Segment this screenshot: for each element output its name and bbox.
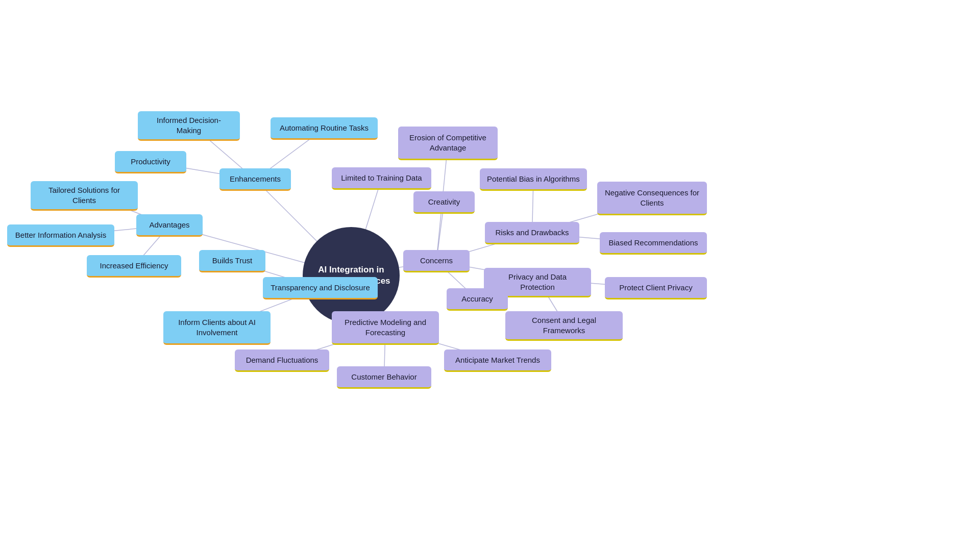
node-anticipate-market[interactable]: Anticipate Market Trends [444,349,551,372]
node-automating-tasks[interactable]: Automating Routine Tasks [271,117,378,140]
node-creativity[interactable]: Creativity [413,191,475,214]
node-inform-clients[interactable]: Inform Clients about AI Involvement [163,311,271,345]
node-concerns[interactable]: Concerns [403,250,470,272]
center-node[interactable]: AI Integration in Advisory Practices [303,227,400,324]
node-erosion[interactable]: Erosion of Competitive Advantage [398,127,498,160]
node-demand-fluctuations[interactable]: Demand Fluctuations [235,349,329,372]
node-enhancements[interactable]: Enhancements [219,168,291,191]
node-increased-efficiency[interactable]: Increased Efficiency [87,255,181,278]
node-predictive-modeling[interactable]: Predictive Modeling and Forecasting [332,311,439,345]
node-consent-legal[interactable]: Consent and Legal Frameworks [505,311,623,341]
mind-map: AI Integration in Advisory PracticesEnha… [0,0,980,551]
node-transparency[interactable]: Transparency and Disclosure [263,277,378,299]
node-builds-trust[interactable]: Builds Trust [199,250,265,272]
node-biased-recommendations[interactable]: Biased Recommendations [600,232,707,255]
node-potential-bias[interactable]: Potential Bias in Algorithms [480,168,587,191]
node-limited-training[interactable]: Limited to Training Data [332,167,431,190]
node-protect-privacy[interactable]: Protect Client Privacy [605,277,707,299]
node-informed-decision[interactable]: Informed Decision-Making [138,111,240,141]
node-tailored-solutions[interactable]: Tailored Solutions for Clients [31,181,138,211]
node-advantages[interactable]: Advantages [136,214,203,237]
node-accuracy[interactable]: Accuracy [447,288,508,311]
node-negative-consequences[interactable]: Negative Consequences for Clients [597,182,707,215]
node-risks-drawbacks[interactable]: Risks and Drawbacks [485,222,579,244]
node-customer-behavior[interactable]: Customer Behavior [337,366,431,389]
node-productivity[interactable]: Productivity [115,151,186,173]
node-better-info[interactable]: Better Information Analysis [7,224,114,247]
